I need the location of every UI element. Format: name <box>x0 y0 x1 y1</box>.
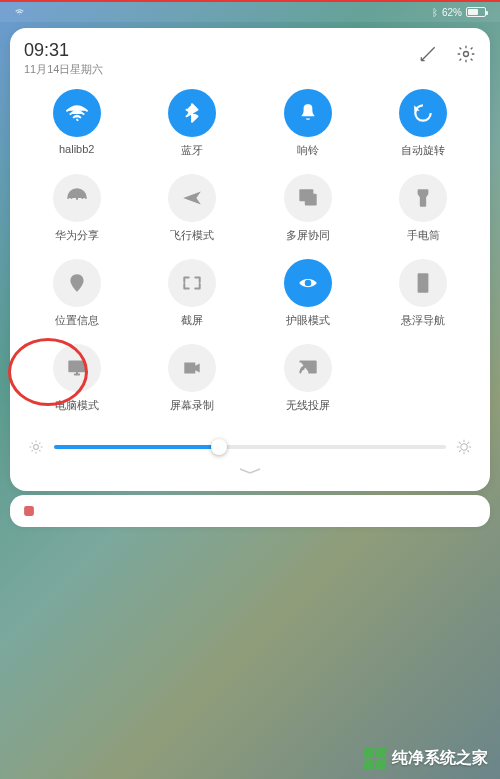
toggle-label-rotate: 自动旋转 <box>401 143 445 158</box>
svg-rect-3 <box>24 506 34 516</box>
location-icon[interactable] <box>53 259 101 307</box>
notification-card[interactable] <box>10 495 490 527</box>
clock-time[interactable]: 09:31 <box>24 40 418 61</box>
sound-icon[interactable] <box>284 89 332 137</box>
brightness-low-icon <box>28 439 44 455</box>
toggle-label-screenshot: 截屏 <box>181 313 203 328</box>
toggle-sound[interactable]: 响铃 <box>255 89 361 158</box>
drag-handle[interactable] <box>24 467 476 475</box>
toggle-bluetooth[interactable]: 蓝牙 <box>140 89 246 158</box>
toggle-wifi[interactable]: halibb2 <box>24 89 130 155</box>
battery-icon <box>466 7 486 17</box>
watermark-text: 纯净系统之家 <box>392 748 488 769</box>
rotate-icon[interactable] <box>399 89 447 137</box>
bluetooth-icon[interactable] <box>168 89 216 137</box>
toggle-label-bluetooth: 蓝牙 <box>181 143 203 158</box>
quick-settings-panel: 09:31 11月14日星期六 halibb2蓝牙响铃自动旋转华为分享飞行模式多… <box>10 28 490 491</box>
toggle-label-flashlight: 手电筒 <box>407 228 440 243</box>
panel-header: 09:31 11月14日星期六 <box>24 40 476 77</box>
toggle-label-sound: 响铃 <box>297 143 319 158</box>
brightness-slider[interactable] <box>54 445 446 449</box>
gear-icon[interactable] <box>456 44 476 64</box>
toggle-share[interactable]: 华为分享 <box>24 174 130 243</box>
record-icon[interactable] <box>168 344 216 392</box>
svg-point-2 <box>461 444 467 450</box>
toggle-screenshot[interactable]: 截屏 <box>140 259 246 328</box>
wifi-status-icon <box>14 7 25 18</box>
toggle-label-eyecare: 护眼模式 <box>286 313 330 328</box>
toggle-label-share: 华为分享 <box>55 228 99 243</box>
notification-app-icon <box>22 504 36 518</box>
bluetooth-status-icon: ᛒ <box>432 7 438 18</box>
toggle-label-airplane: 飞行模式 <box>170 228 214 243</box>
toggle-eyecare[interactable]: 护眼模式 <box>255 259 361 328</box>
floatnav-icon[interactable] <box>399 259 447 307</box>
toggle-flashlight[interactable]: 手电筒 <box>371 174 477 243</box>
toggle-label-multiscreen: 多屏协同 <box>286 228 330 243</box>
brightness-high-icon <box>456 439 472 455</box>
toggle-pcmode[interactable]: 电脑模式 <box>24 344 130 413</box>
battery-percent-text: 62% <box>442 7 462 18</box>
toggle-airplane[interactable]: 飞行模式 <box>140 174 246 243</box>
watermark-logo-icon <box>364 747 386 769</box>
share-icon[interactable] <box>53 174 101 222</box>
watermark: 纯净系统之家 <box>364 747 488 769</box>
multiscreen-icon[interactable] <box>284 174 332 222</box>
toggle-label-floatnav: 悬浮导航 <box>401 313 445 328</box>
svg-point-0 <box>464 52 469 57</box>
toggle-label-wifi: halibb2 <box>59 143 94 155</box>
airplane-icon[interactable] <box>168 174 216 222</box>
toggle-multiscreen[interactable]: 多屏协同 <box>255 174 361 243</box>
toggle-label-location: 位置信息 <box>55 313 99 328</box>
clock-date: 11月14日星期六 <box>24 62 418 77</box>
brightness-row <box>24 439 476 455</box>
edit-icon[interactable] <box>418 44 438 64</box>
toggle-label-cast: 无线投屏 <box>286 398 330 413</box>
toggle-label-record: 屏幕录制 <box>170 398 214 413</box>
status-bar: ᛒ 62% <box>0 2 500 22</box>
screenshot-icon[interactable] <box>168 259 216 307</box>
svg-point-1 <box>34 445 39 450</box>
flashlight-icon[interactable] <box>399 174 447 222</box>
toggle-location[interactable]: 位置信息 <box>24 259 130 328</box>
wifi-icon[interactable] <box>53 89 101 137</box>
cast-icon[interactable] <box>284 344 332 392</box>
toggle-grid: halibb2蓝牙响铃自动旋转华为分享飞行模式多屏协同手电筒位置信息截屏护眼模式… <box>24 89 476 413</box>
toggle-cast[interactable]: 无线投屏 <box>255 344 361 413</box>
eyecare-icon[interactable] <box>284 259 332 307</box>
pcmode-icon[interactable] <box>53 344 101 392</box>
toggle-label-pcmode: 电脑模式 <box>55 398 99 413</box>
toggle-floatnav[interactable]: 悬浮导航 <box>371 259 477 328</box>
toggle-record[interactable]: 屏幕录制 <box>140 344 246 413</box>
toggle-rotate[interactable]: 自动旋转 <box>371 89 477 158</box>
